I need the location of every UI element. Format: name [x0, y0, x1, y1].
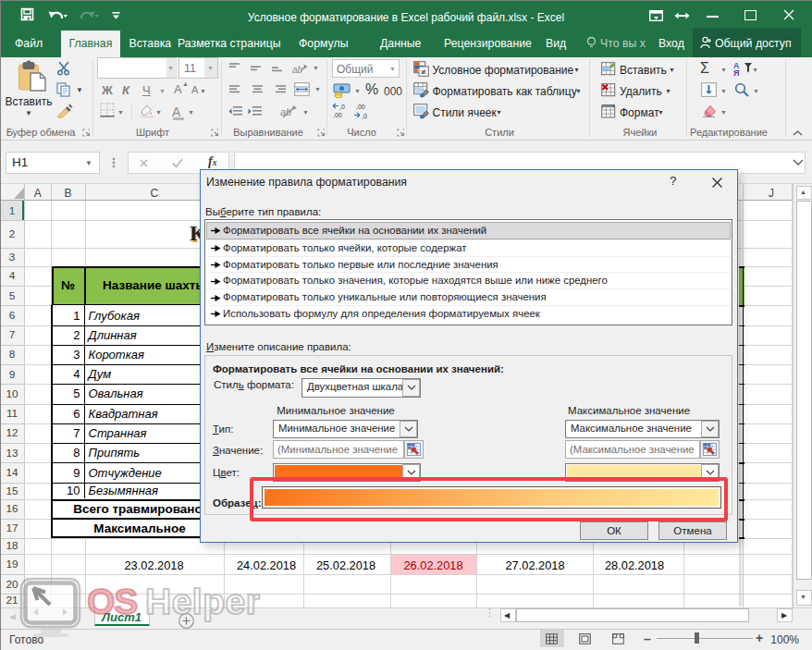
svg-text:,00: ,00 [356, 104, 365, 110]
svg-text:,0: ,0 [339, 104, 345, 110]
svg-text:,00: ,00 [333, 112, 342, 118]
svg-text:,0: ,0 [362, 113, 367, 119]
svg-text:Я: Я [733, 68, 739, 76]
